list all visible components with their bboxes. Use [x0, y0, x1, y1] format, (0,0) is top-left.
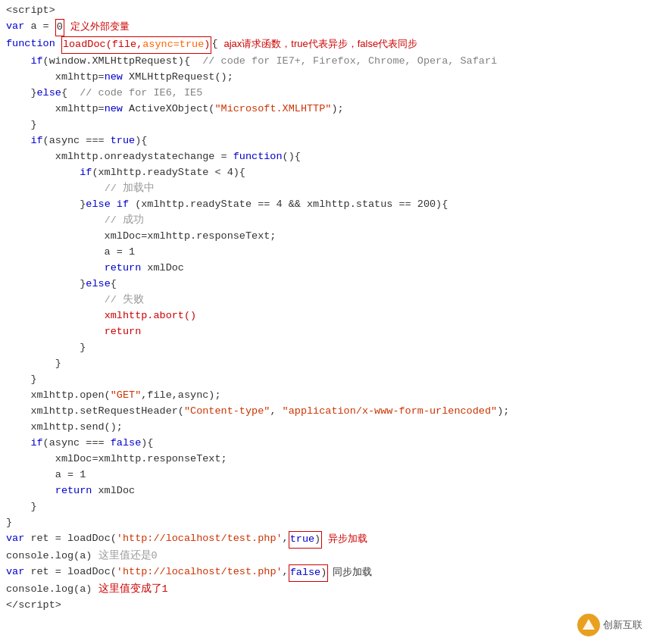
line-21: return — [6, 324, 650, 340]
line-15: xmlDoc=xmlhttp.responseText; — [6, 229, 650, 245]
code-close-fn: } — [6, 515, 12, 531]
indent4 — [6, 181, 105, 197]
annotation-sync-load: 同步加载 — [333, 564, 372, 580]
kw-true1: true — [111, 133, 135, 149]
code-else3b: { — [111, 277, 117, 292]
code-text: a = — [24, 19, 55, 35]
comment-fail: // 失败 — [105, 292, 144, 308]
line-19: // 失败 — [6, 292, 650, 308]
line-26: xmlhttp.setRequestHeader( "Content-type"… — [6, 404, 650, 420]
indent2: xmlhttp= — [6, 70, 105, 86]
code-close1: } — [6, 117, 37, 133]
kw-var3: var — [6, 564, 24, 580]
logo-area: 创新互联 — [577, 614, 642, 636]
line-17: return xmlDoc — [6, 261, 650, 277]
comment-ie7: // code for IE7+, Firefox, Chrome, Opera… — [190, 54, 497, 70]
indent3b: } — [6, 197, 86, 213]
code-return1: xmlDoc — [141, 261, 184, 277]
line-24: } — [6, 372, 650, 388]
highlight-loaddoc: loadDoc(file,async=true) — [61, 36, 211, 54]
line-4: if (window.XMLHttpRequest){ // code for … — [6, 54, 650, 70]
code-return3: xmlDoc — [92, 483, 135, 499]
code-activex2: ); — [331, 102, 343, 117]
indent4d: a = 1 — [6, 245, 135, 261]
kw-else3: else — [86, 277, 110, 292]
indent2e: xmlDoc=xmlhttp.responseText; — [6, 452, 227, 467]
code-console1: console.log(a) — [6, 549, 98, 564]
code-ret1: ret = loadDoc( — [24, 531, 117, 547]
line-20: xmlhttp.abort() — [6, 308, 650, 324]
line-37: console.log(a) 这里值变成了1 — [6, 582, 650, 598]
indent1b — [6, 133, 30, 149]
line-9: if (async === true ){ — [6, 133, 650, 149]
code-console2: console.log(a) — [6, 582, 98, 598]
indent2d: } — [6, 356, 61, 372]
indent4c: xmlDoc=xmlhttp.responseText; — [6, 229, 276, 245]
kw-if2: if — [30, 133, 42, 149]
code-ret2: ret = loadDoc( — [24, 564, 117, 580]
line-6: } else { // code for IE6, IE5 — [6, 86, 650, 102]
code-else1b: { — [61, 86, 67, 102]
comment-val1: 这里值变成了1 — [98, 582, 168, 598]
indent4h — [6, 324, 105, 340]
indent1h: } — [6, 499, 37, 515]
kw-if4: if — [117, 197, 129, 213]
code-xhr: XMLHttpRequest(); — [123, 70, 233, 86]
str-content-type: "Content-type" — [184, 404, 270, 420]
line-35: console.log(a) 这里值还是0 — [6, 549, 650, 564]
code-comma: , — [270, 404, 282, 420]
code-space — [55, 36, 61, 52]
code-async-true2: ){ — [135, 133, 147, 149]
indent3 — [6, 165, 80, 181]
highlight-a0: 0 — [55, 19, 64, 36]
kw-if5: if — [30, 436, 42, 452]
line-3: function loadDoc(file,async=true) { ajax… — [6, 36, 650, 54]
code-editor: <script> var a = 0 定义外部变量 function loadD… — [0, 0, 650, 644]
comment-loading: // 加载中 — [105, 181, 155, 197]
kw-new2: new — [105, 102, 123, 117]
fn-abort: xmlhttp.abort() — [105, 308, 197, 324]
fn-return2: return — [105, 324, 142, 340]
kw-false1: false — [111, 436, 142, 452]
line-32: } — [6, 499, 650, 515]
comment-success: // 成功 — [105, 213, 144, 229]
annotation-async-load: 异步加载 — [328, 531, 367, 546]
line-38: </script> — [6, 598, 650, 614]
str-urlencoded: "application/x-www-form-urlencoded" — [283, 404, 498, 420]
indent4e — [6, 261, 105, 277]
kw-return3: return — [55, 483, 92, 499]
line-13: } else if (xmlhttp.readyState == 4 && xm… — [6, 197, 650, 213]
code-elseif — [111, 197, 117, 213]
code-open2: ,file,async); — [141, 388, 220, 404]
line-30: a = 1 — [6, 467, 650, 483]
annotation-ajax: ajax请求函数，true代表异步，false代表同步 — [223, 36, 417, 52]
annotation-var: 定义外部变量 — [70, 19, 130, 34]
line-33: } — [6, 515, 650, 531]
kw-else1: else — [37, 86, 61, 102]
line-5: xmlhttp= new XMLHttpRequest(); — [6, 70, 650, 86]
svg-marker-0 — [583, 619, 595, 630]
code-async-true: (async === — [43, 133, 111, 149]
kw-function2: function — [233, 149, 283, 165]
comment-ie6: // code for IE6, IE5 — [67, 86, 202, 102]
line-8: } — [6, 117, 650, 133]
line-27: xmlhttp.send(); — [6, 420, 650, 436]
indent2f: a = 1 — [6, 467, 86, 483]
logo-text: 创新互联 — [603, 617, 642, 633]
line-18: } else { — [6, 277, 650, 292]
line-34: var ret = loadDoc( 'http://localhost/tes… — [6, 531, 650, 549]
indent2g — [6, 483, 55, 499]
line-14: // 成功 — [6, 213, 650, 229]
code-comma2: , — [283, 531, 289, 547]
kw-if1: if — [30, 54, 42, 70]
line-29: xmlDoc=xmlhttp.responseText; — [6, 452, 650, 467]
code-header-close: ); — [497, 404, 509, 420]
script-close-tag: </script> — [6, 598, 61, 614]
indent3d: } — [6, 340, 86, 356]
code-else1: } — [6, 86, 37, 102]
code-comma3: , — [283, 564, 289, 580]
code-ready1: (xmlhttp.readyState < 4){ — [92, 165, 245, 181]
indent1g — [6, 436, 30, 452]
indent2b: xmlhttp= — [6, 102, 105, 117]
line-31: return xmlDoc — [6, 483, 650, 499]
